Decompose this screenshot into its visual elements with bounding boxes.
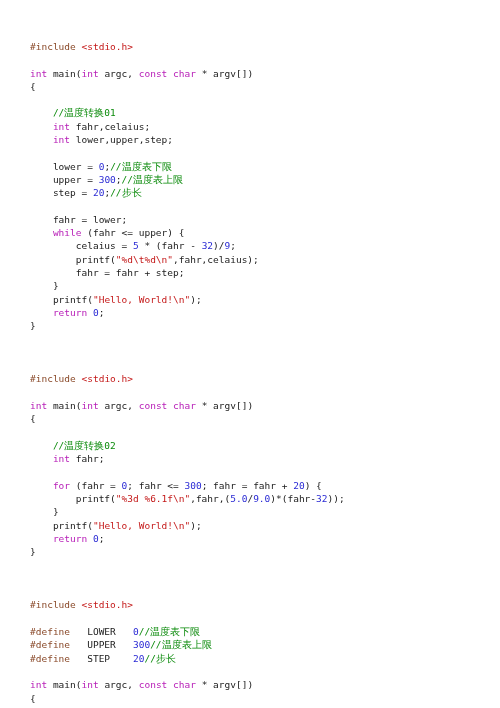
code-listing: #include <stdio.h> int main(int argc, co… xyxy=(30,40,470,708)
code-block-3: #include <stdio.h> #define LOWER 0//温度表下… xyxy=(30,599,253,708)
code-block-2: #include <stdio.h> int main(int argc, co… xyxy=(30,373,345,557)
code-block-1: #include <stdio.h> int main(int argc, co… xyxy=(30,41,259,331)
